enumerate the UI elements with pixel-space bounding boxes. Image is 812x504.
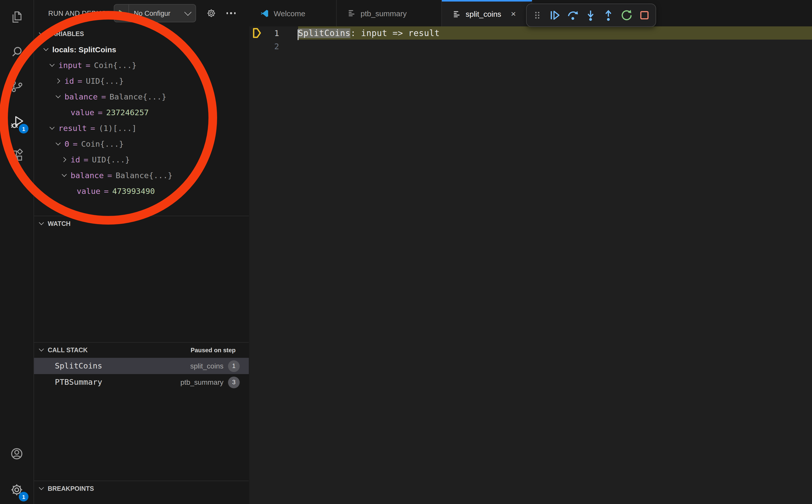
debug-count-badge: 1 [19,124,28,133]
variable-row[interactable]: 0=Coin{...} [34,136,249,152]
list-file-icon [348,9,356,17]
debug-settings-button[interactable] [206,8,216,18]
code-editor[interactable]: 1 SplitCoins: input => result 2 [249,26,812,504]
start-debugging-button[interactable] [114,5,129,22]
frame-line-badge: 3 [228,376,240,388]
chevron-down-icon [38,30,45,38]
chevron-down-icon [38,347,45,354]
activity-bar: 1 1 [0,0,34,504]
variable-row[interactable]: id=UID{...} [34,152,249,167]
variables-section: VARIABLES locals: SplitCoins input=Coin{… [34,26,249,216]
step-over-icon[interactable] [566,9,579,22]
code-line-2[interactable]: 2 [249,40,812,53]
chevron-down-icon [49,62,56,69]
run-play-icon [117,9,125,17]
extensions-icon [10,148,24,162]
text-cursor [297,29,298,40]
search-icon [10,45,24,59]
no-chevron [61,109,68,116]
restart-icon[interactable] [620,9,633,22]
line-number: 2 [264,41,279,51]
call-stack-section-header[interactable]: CALL STACK Paused on step [34,343,249,358]
breakpoint-gutter[interactable] [249,28,264,38]
call-stack-section: CALL STACK Paused on step SplitCoins spl… [34,342,249,481]
frame-line-badge: 1 [228,360,240,372]
tab-welcome[interactable]: Welcome [249,0,337,26]
breakpoints-section: BREAKPOINTS [34,481,249,504]
chevron-down-icon [55,93,62,100]
variable-row[interactable]: balance=Balance{...} [34,167,249,183]
watch-section-header[interactable]: WATCH [34,216,249,231]
chevron-right-icon [55,77,62,85]
breakpoints-section-header[interactable]: BREAKPOINTS [34,481,249,496]
chevron-down-icon [184,9,191,16]
variable-row[interactable]: input=Coin{...} [34,57,249,73]
step-out-icon[interactable] [602,9,615,22]
step-into-icon[interactable] [584,9,597,22]
chevron-down-icon [43,46,50,53]
chevron-down-icon [38,485,45,492]
editor-area: Welcome ptb_summary split_coins × [249,0,812,504]
code-line-1[interactable]: 1 SplitCoins: input => result [249,26,812,40]
variable-row[interactable]: result=(1)[...] [34,120,249,136]
close-icon[interactable]: × [511,10,516,18]
call-stack-frame[interactable]: PTBSummary ptb_summary 3 [34,374,249,390]
code-text[interactable]: SplitCoins: input => result [298,28,440,38]
panel-title: RUN AND DEBUG [48,9,113,17]
watch-section: WATCH [34,216,249,342]
variables-scope-row[interactable]: locals: SplitCoins [34,42,249,57]
variables-section-header[interactable]: VARIABLES [34,26,249,42]
debug-status-text: Paused on step [191,347,236,354]
debug-config-dropdown[interactable]: No Configur [113,4,196,22]
vscode-logo-icon [260,9,269,18]
sidebar-item-extensions[interactable] [5,143,29,167]
more-actions-icon[interactable] [226,12,236,14]
tab-ptb-summary[interactable]: ptb_summary [337,0,442,26]
variable-row[interactable]: balance=Balance{...} [34,89,249,105]
list-file-icon [453,10,461,18]
drag-handle-icon[interactable] [531,9,543,21]
debug-current-line-icon [253,28,261,38]
run-and-debug-panel: RUN AND DEBUG No Configur [34,0,249,504]
variable-row[interactable]: value=473993490 [34,183,249,199]
line-number: 1 [264,28,279,38]
chevron-down-icon [49,125,56,132]
vscode-window: 1 1 RUN AND DEBUG [0,0,812,504]
manage-menu[interactable]: 1 [5,478,29,502]
sidebar-item-source-control[interactable] [5,74,29,98]
account-icon [10,447,24,461]
chevron-down-icon [55,140,62,147]
editor-tab-bar: Welcome ptb_summary split_coins × [249,0,812,26]
sidebar-item-run-debug[interactable]: 1 [5,110,29,134]
variable-row[interactable]: id=UID{...} [34,73,249,89]
source-control-icon [10,79,24,93]
no-chevron [67,188,74,195]
chevron-down-icon [61,172,68,179]
continue-icon[interactable] [548,9,561,22]
call-stack-frame[interactable]: SplitCoins split_coins 1 [34,358,249,374]
tab-split-coins[interactable]: split_coins × [442,0,532,26]
debug-toolbar [526,4,656,27]
sidebar-item-explorer[interactable] [5,5,29,29]
accounts-menu[interactable] [5,442,29,466]
settings-badge: 1 [19,492,28,501]
gear-icon [206,8,216,18]
debug-config-label: No Configur [129,9,183,17]
chevron-right-icon [61,156,68,163]
files-icon [10,10,24,24]
sidebar-header: RUN AND DEBUG No Configur [34,0,249,26]
sidebar-item-search[interactable] [5,40,29,64]
variable-row[interactable]: value=237246257 [34,105,249,120]
chevron-down-icon [38,220,45,227]
stop-icon[interactable] [638,9,651,22]
